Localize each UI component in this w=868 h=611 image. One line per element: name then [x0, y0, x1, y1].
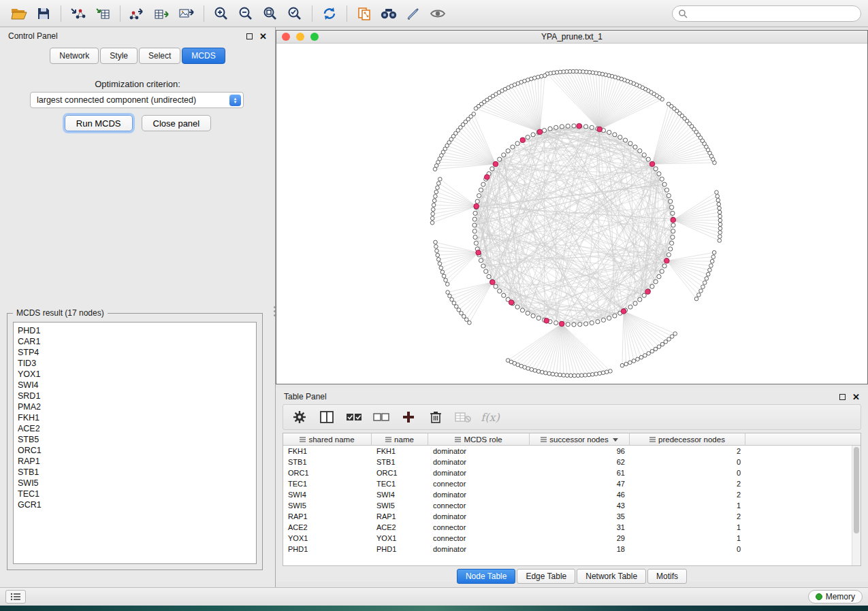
- application-window: Control Panel ✕ Network Style Select MCD…: [0, 0, 868, 611]
- open-file-icon[interactable]: [7, 3, 31, 24]
- mcds-result-list[interactable]: PHD1CAR1STP4TID3YOX1SWI4SRD1PMA2FKH1ACE2…: [13, 322, 257, 564]
- scrollbar-thumb[interactable]: [854, 447, 859, 533]
- column-header-name[interactable]: name: [372, 433, 428, 446]
- import-table-icon[interactable]: [91, 3, 115, 24]
- zoom-selected-icon[interactable]: [283, 3, 307, 24]
- column-header-successor-nodes[interactable]: successor nodes: [530, 433, 630, 446]
- mcds-result-item[interactable]: ACE2: [18, 423, 256, 434]
- export-network-icon[interactable]: [125, 3, 150, 24]
- mcds-result-item[interactable]: STB5: [18, 434, 256, 445]
- mcds-result-item[interactable]: SRD1: [18, 391, 256, 401]
- tab-mcds[interactable]: MCDS: [182, 48, 225, 64]
- float-table-panel-icon[interactable]: [839, 394, 846, 400]
- first-neighbors-icon[interactable]: [376, 3, 401, 24]
- mcds-result-item[interactable]: CAR1: [18, 336, 256, 347]
- tab-network-table[interactable]: Network Table: [577, 569, 646, 584]
- table-row[interactable]: FKH1FKH1dominator962: [283, 446, 861, 457]
- mcds-result-item[interactable]: RAP1: [18, 456, 256, 467]
- close-table-panel-icon[interactable]: ✕: [852, 393, 860, 401]
- criterion-dropdown[interactable]: largest connected component (undirected)…: [30, 92, 244, 108]
- zoom-fit-icon[interactable]: [258, 3, 283, 24]
- table-cell: 0: [630, 467, 745, 478]
- mcds-result-item[interactable]: SWI4: [18, 380, 256, 391]
- table-cell: ACE2: [372, 522, 428, 533]
- search-box[interactable]: [672, 5, 861, 22]
- close-panel-button[interactable]: Close panel: [142, 115, 212, 131]
- column-header-mcds-role[interactable]: MCDS role: [428, 433, 530, 446]
- table-row[interactable]: ACE2ACE2connector311: [283, 522, 861, 533]
- mcds-result-item[interactable]: GCR1: [18, 499, 256, 510]
- tab-node-table[interactable]: Node Table: [457, 569, 516, 584]
- zoom-in-icon[interactable]: [209, 3, 234, 24]
- table-cell: SWI4: [372, 489, 428, 500]
- tab-style[interactable]: Style: [100, 48, 138, 64]
- float-panel-icon[interactable]: [246, 33, 253, 39]
- table-cell: YOX1: [283, 533, 372, 544]
- delete-icon[interactable]: [428, 409, 444, 425]
- table-row[interactable]: YOX1YOX1connector291: [283, 533, 861, 544]
- mcds-result-item[interactable]: SWI5: [18, 478, 256, 489]
- tab-network[interactable]: Network: [50, 48, 99, 64]
- table-row[interactable]: ORC1ORC1dominator610: [283, 467, 861, 478]
- function-icon[interactable]: f(x): [482, 409, 498, 425]
- column-options-icon[interactable]: [649, 437, 656, 442]
- zoom-out-icon[interactable]: [234, 3, 258, 24]
- save-icon[interactable]: [31, 3, 56, 24]
- network-title: YPA_prune.txt_1: [276, 32, 867, 42]
- table-row[interactable]: STB1STB1dominator620: [283, 457, 861, 467]
- mcds-result-item[interactable]: YOX1: [18, 369, 256, 380]
- show-hide-icon[interactable]: [425, 3, 450, 24]
- column-options-icon[interactable]: [300, 437, 306, 442]
- mcds-result-item[interactable]: PMA2: [18, 401, 256, 412]
- table-cell: 61: [530, 467, 630, 478]
- export-table-icon[interactable]: [150, 3, 174, 24]
- mcds-result-item[interactable]: ORC1: [18, 445, 256, 456]
- mcds-result-item[interactable]: STP4: [18, 347, 256, 358]
- status-bar: Memory: [0, 587, 868, 606]
- column-options-icon[interactable]: [455, 437, 461, 442]
- network-canvas[interactable]: [276, 44, 867, 384]
- deselect-all-icon[interactable]: [373, 409, 389, 425]
- import-network-icon[interactable]: [66, 3, 91, 24]
- run-mcds-button[interactable]: Run MCDS: [65, 115, 133, 131]
- table-row[interactable]: PHD1PHD1dominator180: [283, 544, 861, 555]
- table-cell: ORC1: [372, 467, 428, 478]
- table-row[interactable]: RAP1RAP1dominator352: [283, 511, 861, 522]
- column-header-predecessor-nodes[interactable]: predecessor nodes: [630, 433, 745, 446]
- clear-table-icon[interactable]: [455, 409, 471, 425]
- mcds-result-item[interactable]: PHD1: [18, 325, 256, 336]
- table-row[interactable]: SWI4SWI4dominator462: [283, 489, 861, 500]
- table-cell: dominator: [428, 511, 530, 522]
- tab-motifs[interactable]: Motifs: [647, 569, 687, 584]
- column-header-shared-name[interactable]: shared name: [283, 433, 372, 446]
- toolbar-separator: [120, 5, 120, 22]
- mcds-result-item[interactable]: FKH1: [18, 412, 256, 423]
- export-image-icon[interactable]: [174, 3, 199, 24]
- mcds-result-item[interactable]: TEC1: [18, 489, 256, 499]
- table-row[interactable]: SWI5SWI5connector431: [283, 500, 861, 511]
- memory-button[interactable]: Memory: [808, 590, 863, 604]
- annotate-icon[interactable]: [401, 3, 425, 24]
- tab-edge-table[interactable]: Edge Table: [517, 569, 575, 584]
- column-options-icon[interactable]: [541, 437, 547, 442]
- table-row[interactable]: TEC1TEC1connector472: [283, 478, 861, 489]
- task-history-button[interactable]: [5, 590, 26, 604]
- select-all-icon[interactable]: [346, 409, 362, 425]
- search-input[interactable]: [691, 9, 855, 18]
- network-titlebar[interactable]: YPA_prune.txt_1: [276, 31, 867, 44]
- gear-icon[interactable]: [291, 409, 308, 425]
- network-graph[interactable]: [276, 44, 867, 384]
- column-options-icon[interactable]: [385, 437, 391, 442]
- mcds-result-item[interactable]: TID3: [18, 358, 256, 369]
- clone-network-icon[interactable]: [352, 3, 376, 24]
- table-scrollbar[interactable]: [852, 446, 861, 565]
- refresh-icon[interactable]: [317, 3, 342, 24]
- close-panel-icon[interactable]: ✕: [259, 32, 267, 41]
- control-panel-title: Control Panel: [8, 31, 58, 41]
- list-icon: [10, 593, 21, 601]
- tab-select[interactable]: Select: [139, 48, 180, 64]
- columns-icon[interactable]: [319, 409, 335, 425]
- mcds-result-item[interactable]: STB1: [18, 467, 256, 478]
- table-cell: PHD1: [283, 544, 372, 555]
- add-icon[interactable]: [400, 409, 417, 425]
